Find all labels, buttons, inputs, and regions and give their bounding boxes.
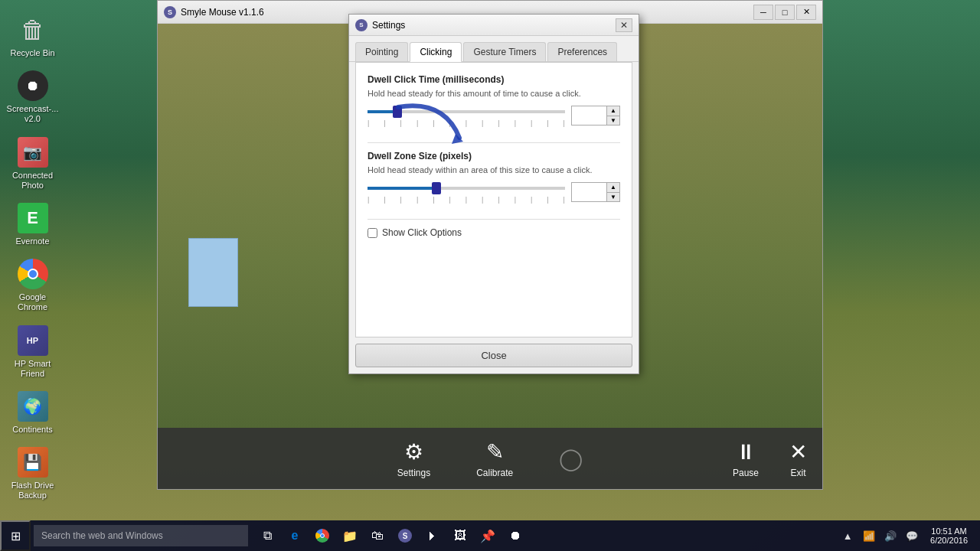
close-dialog-button[interactable]: Close [355,344,632,367]
recycle-bin-img: 🗑 [21,16,45,44]
screencast-img: ⏺ [18,70,48,101]
zone-slider-row: | | | | | | | | | | | | | [368,181,620,204]
hp-img: HP [18,325,48,356]
evernote-label: Evernote [15,236,49,246]
maximize-button[interactable]: □ [775,5,795,20]
pause-icon: ⏸ [735,439,756,465]
window-close-button[interactable]: ✕ [796,5,816,20]
dwell-zone-desc: Hold head steady within an area of this … [368,165,620,174]
smyle-icon: S [164,6,176,18]
taskbar-app-icons: ⧉ e 📁 🛍 S ⏵ 🖼 📌 ⏺ [256,524,527,547]
dwell-spinbox: 656 ▲ ▼ [571,106,620,126]
dwell-zone-title: Dwell Zone Size (pixels) [368,151,620,161]
hp-smart-icon[interactable]: HP HP Smart Friend [4,322,61,382]
circle-icon: ◯ [559,446,583,471]
tab-pointing[interactable]: Pointing [355,42,408,61]
dialog-title: Settings [372,20,405,31]
continents-icon[interactable]: 🌍 Continents [4,388,61,438]
screencast-title: Smyle Mouse v1.1.6 [181,7,264,18]
dialog-footer: Close [349,344,639,373]
dwell-slider-container: | | | | | | | | | | | | | [368,104,565,127]
minimize-button[interactable]: ─ [753,5,773,20]
win-controls: ─ □ ✕ [753,5,816,20]
screencast-label: Screencast-...v2.0 [7,104,59,124]
screencast-icon[interactable]: ⏺ Screencast-...v2.0 [4,67,61,127]
tab-preferences[interactable]: Preferences [547,42,617,61]
notification-icon[interactable]: 💬 [903,524,921,547]
smyle-taskbar-icon[interactable]: S [394,524,416,547]
post-it-note [188,238,238,307]
dialog-content: Dwell Click Time (milliseconds) Hold hea… [355,62,632,337]
recycle-bin-icon[interactable]: 🗑 Recycle Bin [4,11,61,61]
settings-toolbar-label: Settings [397,468,430,478]
zone-value-input[interactable]: 50 [572,183,606,201]
calibrate-toolbar-item[interactable]: ✎ Calibrate [476,439,513,478]
connected-photo-icon[interactable]: 📷 Connected Photo [4,134,61,194]
dwell-increment-btn[interactable]: ▲ [607,106,619,116]
photo-app-icon[interactable]: 🖼 [449,524,472,547]
settings-toolbar-item[interactable]: ⚙ Settings [397,439,430,478]
flash-img: 💾 [18,447,48,478]
start-button[interactable]: ⊞ [0,520,31,551]
toolbar-right: ⏸ Pause ✕ Exit [733,439,807,478]
dwell-click-section: Dwell Click Time (milliseconds) Hold hea… [368,74,620,127]
taskbar-clock[interactable]: 10:51 AM 6/20/2016 [924,520,974,551]
google-chrome-icon[interactable]: Google Chrome [4,256,61,315]
continents-img: 🌍 [18,391,48,422]
show-click-options-label[interactable]: Show Click Options [382,227,462,238]
connected-photo-label: Connected Photo [7,171,58,191]
zone-spinbox: 50 ▲ ▼ [571,182,620,202]
chrome-taskbar-icon[interactable] [311,524,334,547]
media-icon[interactable]: ⏵ [421,524,444,547]
recycle-bin-label: Recycle Bin [10,48,54,58]
google-chrome-label: Google Chrome [7,292,58,312]
dwell-value-input[interactable]: 656 [572,106,606,125]
taskbar-search-input[interactable] [34,525,248,546]
tray-expand-icon[interactable]: ▲ [838,524,857,547]
dialog-close-x-button[interactable]: ✕ [616,18,632,32]
flash-drive-label: Flash Drive Backup [7,481,58,500]
clock-time: 10:51 AM [931,527,966,536]
dwell-slider-thumb[interactable] [393,106,402,118]
zone-decrement-btn[interactable]: ▼ [607,192,619,201]
calibrate-toolbar-label: Calibrate [476,468,513,478]
evernote-img: E [18,203,48,233]
show-click-options-checkbox[interactable] [368,228,377,238]
calibrate-icon: ✎ [486,439,504,465]
exit-toolbar-label: Exit [790,468,805,478]
chrome-img [18,259,48,289]
screencast-toolbar: ⚙ Settings ✎ Calibrate ◯ ⏸ Pause ✕ [158,428,822,489]
tab-clicking[interactable]: Clicking [410,42,462,62]
network-icon[interactable]: 📶 [860,524,878,547]
exit-icon: ✕ [789,439,807,465]
record-icon[interactable]: ⏺ [504,524,527,547]
zone-slider-thumb[interactable] [432,182,441,194]
file-explorer-icon[interactable]: 📁 [338,524,361,547]
speaker-icon[interactable]: 🔊 [881,524,900,547]
circle-toolbar-item[interactable]: ◯ [559,446,583,471]
taskbar-tray: ▲ 📶 🔊 💬 10:51 AM 6/20/2016 [838,520,980,551]
section-divider-1 [368,142,620,143]
task-view-icon[interactable]: ⧉ [256,524,279,547]
dialog-titlebar: S Settings ✕ [349,15,639,36]
connected-photo-img: 📷 [18,137,48,168]
flash-drive-icon[interactable]: 💾 Flash Drive Backup [4,444,61,504]
windows-logo-icon: ⊞ [11,529,21,543]
dwell-decrement-btn[interactable]: ▼ [607,116,619,125]
exit-toolbar-item[interactable]: ✕ Exit [789,439,807,478]
dialog-title-icon: S [355,19,368,31]
windows-store-icon[interactable]: 🛍 [366,524,389,547]
continents-label: Continents [12,425,53,435]
edge-icon[interactable]: e [283,524,306,547]
settings-gear-icon: ⚙ [404,439,423,465]
evernote-icon[interactable]: E Evernote [4,200,61,249]
dwell-click-desc: Hold head steady for this amount of time… [368,89,620,98]
tab-gesture-timers[interactable]: Gesture Timers [463,42,546,61]
zone-slider-container: | | | | | | | | | | | | | [368,181,565,204]
show-click-options-row: Show Click Options [368,227,620,238]
pause-toolbar-item[interactable]: ⏸ Pause [733,439,759,478]
dwell-slider-row: | | | | | | | | | | | | | [368,104,620,127]
pin-app-icon[interactable]: 📌 [476,524,499,547]
dwell-click-title: Dwell Click Time (milliseconds) [368,74,620,85]
zone-increment-btn[interactable]: ▲ [607,183,619,192]
